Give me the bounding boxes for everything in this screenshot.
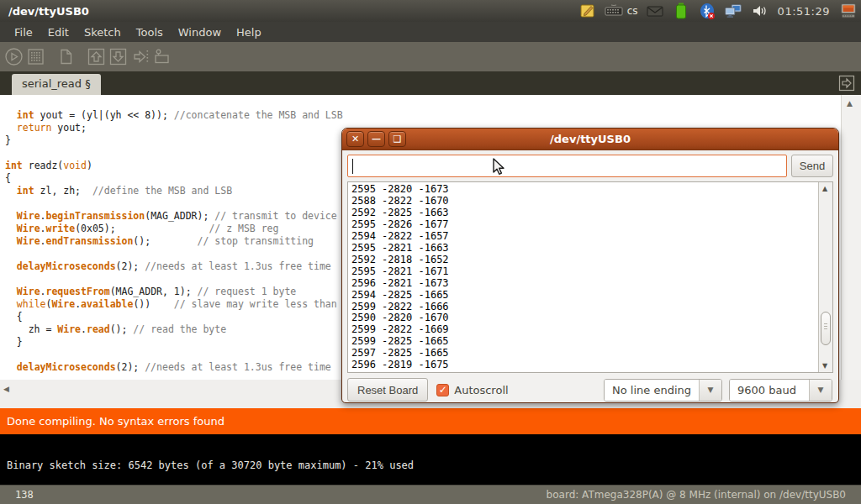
tab-bar: serial_read §	[0, 71, 861, 95]
serial-line: 2599 -2822 -1666	[351, 302, 818, 313]
serial-line: 2596 -2821 -1673	[351, 278, 818, 290]
upload-button[interactable]	[130, 47, 150, 66]
serial-output-area[interactable]: 2595 -2820 -16732588 -2822 -16702592 -28…	[347, 181, 833, 373]
upload-icon	[130, 47, 150, 66]
menu-file[interactable]: File	[7, 24, 40, 41]
line-number: 138	[0, 489, 34, 501]
new-sketch-icon	[56, 47, 76, 66]
toolbar	[0, 42, 861, 71]
system-tray: cs01:51:29	[578, 2, 861, 20]
serial-output-lines: 2595 -2820 -16732588 -2822 -16702592 -28…	[348, 182, 818, 372]
reset-board-label: Reset Board	[357, 384, 418, 396]
serial-line: 2597 -2825 -1665	[351, 348, 818, 360]
autoscroll-label: Autoscroll	[454, 384, 508, 396]
scroll-up-icon[interactable]: ▲	[822, 185, 827, 192]
send-label: Send	[800, 160, 825, 172]
new-sketch-button[interactable]	[56, 47, 76, 66]
serial-monitor-button[interactable]	[152, 47, 172, 66]
build-console: Binary sketch size: 6542 bytes (of a 307…	[0, 434, 861, 485]
serial-input[interactable]	[347, 155, 787, 177]
serial-line: 2592 -2825 -1663	[351, 207, 818, 219]
tab-list-button[interactable]	[837, 74, 856, 92]
serial-controls-row: Reset Board ✓ Autoscroll No line ending …	[347, 378, 833, 402]
chevron-down-icon[interactable]: ▼	[809, 380, 832, 401]
console-text: Binary sketch size: 6542 bytes (of a 307…	[7, 459, 414, 471]
scroll-up-icon[interactable]: ▲	[847, 99, 853, 108]
serial-monitor-title: /dev/ttyUSB0	[342, 133, 838, 145]
menu-edit[interactable]: Edit	[40, 24, 77, 41]
serial-line: 2594 -2825 -1665	[351, 290, 818, 302]
save-sketch-button[interactable]	[108, 47, 128, 66]
scroll-left-icon[interactable]: ◀	[3, 385, 9, 393]
editor-vertical-scrollbar[interactable]: ▲	[841, 95, 861, 380]
autoscroll-checkbox[interactable]: ✓	[436, 384, 449, 396]
status-bar: Done compiling. No syntax errors found	[0, 408, 861, 434]
baud-rate-value: 9600 baud	[730, 380, 809, 401]
serial-input-row: Send	[347, 155, 833, 177]
top-panel: /dev/ttyUSB0 cs01:51:29	[0, 0, 861, 22]
menu-help[interactable]: Help	[229, 24, 269, 41]
status-message: Done compiling. No syntax errors found	[7, 415, 224, 428]
open-sketch-icon	[87, 47, 106, 66]
reset-board-button[interactable]: Reset Board	[347, 378, 428, 402]
serial-monitor-icon	[152, 47, 172, 66]
battery-icon[interactable]	[672, 2, 690, 20]
serial-line: 2595 -2821 -1671	[351, 266, 818, 278]
network-icon[interactable]	[724, 2, 742, 20]
session-monitor-icon[interactable]	[839, 2, 858, 20]
window-buttons: ✕ — ❑	[342, 131, 406, 147]
line-ending-value: No line ending	[605, 380, 699, 401]
window-title: /dev/ttyUSB0	[0, 5, 89, 18]
minimize-icon: —	[372, 134, 381, 144]
serial-line: 2596 -2819 -1675	[351, 360, 818, 371]
clock[interactable]: 01:51:29	[776, 5, 832, 18]
stop-button[interactable]	[26, 47, 45, 66]
maximize-icon: ❑	[394, 134, 402, 144]
serial-line: 2599 -2822 -1669	[351, 324, 818, 336]
verify-button[interactable]	[4, 47, 24, 66]
serial-line: 2595 -2820 -1673	[351, 184, 818, 196]
menubar: FileEditSketchToolsWindowHelp	[0, 22, 861, 42]
save-sketch-icon	[108, 47, 128, 66]
tab-label: serial_read §	[22, 77, 91, 90]
verify-icon	[4, 47, 24, 66]
close-button[interactable]: ✕	[346, 131, 364, 147]
tab-list-arrow-icon	[837, 74, 856, 92]
line-ending-dropdown[interactable]: No line ending ▼	[604, 379, 722, 402]
serial-scrollbar[interactable]: ▲ ▼	[818, 182, 832, 372]
bluetooth-icon[interactable]	[698, 2, 716, 20]
serial-line: 2590 -2820 -1670	[351, 312, 818, 324]
board-info: board: ATmega328P(A) @ 8 MHz (internal) …	[547, 489, 861, 501]
serial-monitor-body: Send 2595 -2820 -16732588 -2822 -1670259…	[342, 150, 838, 403]
baud-rate-dropdown[interactable]: 9600 baud ▼	[729, 379, 832, 402]
tab-serial-read[interactable]: serial_read §	[12, 74, 101, 95]
scrollbar-thumb[interactable]	[821, 312, 831, 345]
footer-status-bar: 138 board: ATmega328P(A) @ 8 MHz (intern…	[0, 485, 861, 504]
keyboard-layout-label[interactable]: cs	[627, 5, 638, 17]
maximize-button[interactable]: ❑	[388, 131, 406, 147]
check-icon: ✓	[439, 385, 447, 395]
stop-icon	[26, 47, 45, 66]
serial-line: 2592 -2818 -1652	[351, 255, 818, 266]
menu-sketch[interactable]: Sketch	[77, 24, 129, 41]
mail-icon[interactable]	[646, 2, 664, 20]
text-caret	[352, 159, 353, 174]
send-button[interactable]: Send	[791, 155, 833, 177]
code-line: int yout = (yl|(yh << 8)); //concatenate…	[5, 109, 861, 122]
chevron-down-icon[interactable]: ▼	[699, 380, 721, 401]
keyboard-layout-icon[interactable]	[605, 2, 623, 20]
open-sketch-button[interactable]	[87, 47, 106, 66]
serial-monitor-titlebar[interactable]: /dev/ttyUSB0 ✕ — ❑	[342, 129, 838, 150]
menu-window[interactable]: Window	[171, 24, 229, 41]
serial-monitor-window: /dev/ttyUSB0 ✕ — ❑ Send 2595 -2820 -1673…	[341, 128, 839, 403]
serial-line: 2595 -2826 -1677	[351, 219, 818, 231]
notes-icon[interactable]	[578, 2, 597, 20]
menu-tools[interactable]: Tools	[129, 24, 171, 41]
minimize-button[interactable]: —	[367, 131, 385, 147]
volume-icon[interactable]	[750, 2, 769, 20]
serial-line: 2588 -2822 -1670	[351, 196, 818, 207]
scroll-down-icon[interactable]: ▼	[822, 362, 827, 370]
close-icon: ✕	[351, 134, 359, 144]
serial-line: 2599 -2825 -1665	[351, 336, 818, 348]
serial-line: 2595 -2821 -1663	[351, 243, 818, 255]
